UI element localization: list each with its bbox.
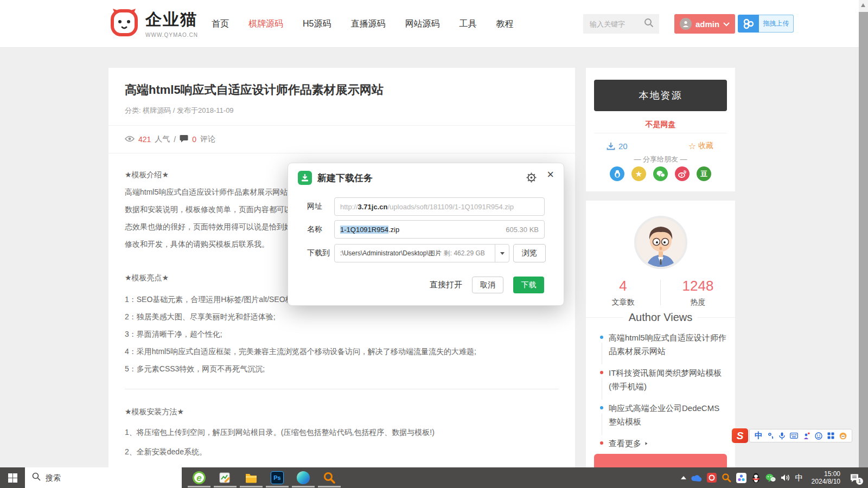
search-icon[interactable]	[644, 18, 654, 30]
nav-item-tutorial[interactable]: 教程	[496, 18, 513, 30]
share-weibo-icon[interactable]	[675, 166, 690, 181]
chevron-down-icon	[723, 19, 730, 29]
dialog-footer: 直接打开 取消 下载	[430, 277, 544, 293]
comment-icon	[180, 134, 188, 144]
download-icon	[607, 142, 615, 150]
site-logo[interactable]: 企业猫 WWW.QYMAO.CN	[108, 7, 198, 40]
taskbar-search-box[interactable]	[25, 467, 182, 488]
tray-wechat-icon[interactable]	[765, 473, 776, 483]
start-button[interactable]	[0, 467, 25, 488]
download-count-button[interactable]: 20	[607, 142, 628, 151]
drag-upload-control[interactable]: 拖拽上传	[738, 15, 794, 33]
favorite-button[interactable]: ☆ 收藏	[688, 141, 713, 151]
nav-item-h5[interactable]: H5源码	[303, 18, 331, 30]
system-tray: 中 15:00 2024/8/10 1	[681, 470, 868, 485]
sogou-logo-icon[interactable]: S	[732, 428, 748, 443]
app-photoshop[interactable]: Ps	[264, 467, 290, 488]
settings-gear-icon[interactable]	[526, 172, 537, 185]
new-download-task-dialog: 新建下载任务 × 网址 http://3.71jc.cn/uploads/sof…	[288, 163, 564, 306]
nav-item-home[interactable]: 首页	[212, 18, 229, 30]
ime-skin-icon[interactable]	[803, 432, 810, 440]
view-more-link[interactable]: 查看更多	[600, 436, 727, 450]
scroll-up-arrow[interactable]	[861, 3, 865, 7]
ime-punctuation-icon[interactable]	[768, 432, 774, 439]
destination-path: :\Users\Administrator\Desktop\图片	[340, 249, 442, 258]
tray-360-icon[interactable]	[707, 473, 717, 483]
page-scrollbar[interactable]	[859, 0, 868, 467]
app-file-explorer[interactable]	[238, 467, 264, 488]
paragraph: 4：采用html5响应式自适应框架，完美兼容主流浏览器个移动设备访问，解决了移动…	[125, 344, 559, 358]
tray-qq-icon[interactable]	[751, 473, 761, 483]
tray-volume-icon[interactable]	[781, 473, 790, 482]
paragraph: 1、将压缩包上传到空间，解压到网站根目录。(压缩包包括整站代码,包括程序、数据与…	[125, 425, 559, 439]
admin-menu-button[interactable]: admin	[674, 14, 735, 34]
list-item[interactable]: 响应式高端企业公司DedeCMS整站模板	[600, 401, 727, 428]
not-netdisk-label: 不是网盘	[586, 120, 735, 130]
search-input[interactable]	[583, 20, 644, 28]
free-space: 剩: 462.29 GB	[444, 249, 485, 258]
scrollbar-thumb[interactable]	[859, 12, 868, 467]
ime-assistant-icon[interactable]	[839, 432, 847, 440]
filename-field[interactable]: 1-1Q1091R954.zip 605.30 KB	[334, 220, 545, 239]
taskbar-search-input[interactable]	[46, 473, 165, 482]
share-douban-icon[interactable]: 豆	[697, 166, 711, 181]
paragraph: 3：界面清晰干净，超个性化;	[125, 327, 559, 341]
file-size: 605.30 KB	[506, 226, 539, 234]
taskbar-apps: e Ps	[186, 467, 342, 488]
local-resource-button[interactable]: 本地资源	[594, 80, 727, 111]
author-avatar[interactable]	[634, 216, 687, 269]
nav-item-zhibo[interactable]: 直播源码	[350, 18, 385, 30]
cat-logo-icon	[108, 7, 140, 40]
author-panel: 4 文章数 1248 热度 Author Views 高端html5响应式自适应…	[586, 201, 735, 467]
share-title: — 分享给朋友 —	[586, 155, 735, 164]
heat-stat: 1248 热度	[661, 278, 735, 307]
tray-app-icon[interactable]	[736, 473, 746, 483]
tray-sogou-search-icon[interactable]	[722, 473, 731, 483]
articles-stat: 4 文章数	[586, 278, 660, 307]
open-directly-button[interactable]: 直接打开	[430, 280, 462, 290]
app-edge[interactable]	[290, 467, 316, 488]
netdisk-share-icon	[738, 15, 759, 33]
path-dropdown-button[interactable]	[495, 245, 509, 262]
ime-mic-icon[interactable]	[779, 432, 785, 440]
destination-path-field[interactable]: :\Users\Administrator\Desktop\图片 剩: 462.…	[334, 244, 509, 262]
logo-title: 企业猫	[145, 9, 198, 31]
notification-center-icon[interactable]: 1	[850, 473, 859, 483]
nav-item-qipai[interactable]: 棋牌源码	[248, 18, 283, 30]
logo-subtitle: WWW.QYMAO.CN	[145, 32, 198, 38]
app-360-browser[interactable]: e	[186, 467, 212, 488]
download-button[interactable]: 下载	[513, 277, 544, 293]
comments-count: 0	[192, 135, 196, 144]
ime-emoji-icon[interactable]	[815, 432, 822, 440]
app-sogou-browser[interactable]	[316, 467, 342, 488]
tray-clock[interactable]: 15:00 2024/8/10	[812, 470, 840, 485]
tray-ime-lang[interactable]: 中	[795, 473, 803, 483]
tray-cloud-icon[interactable]	[691, 474, 702, 481]
ime-lang-toggle[interactable]: 中	[755, 431, 763, 441]
list-item[interactable]: IT科技资讯新闻类织梦网站模板(带手机端)	[600, 366, 727, 393]
share-qzone-icon[interactable]: ★	[631, 166, 646, 181]
article-header: 高端html5响应式自适应设计师作品素材展示网站 分类: 棋牌源码 / 发布于2…	[108, 68, 575, 126]
share-qq-icon[interactable]	[610, 166, 624, 181]
site-header: 企业猫 WWW.QYMAO.CN 首页 棋牌源码 H5源码 直播源码 网站源码 …	[0, 0, 868, 48]
close-icon[interactable]: ×	[547, 169, 554, 181]
selected-filename: 1-1Q1091R954	[340, 226, 388, 234]
url-label: 网址	[307, 202, 334, 211]
share-wechat-icon[interactable]	[653, 166, 668, 181]
download-panel: 本地资源 不是网盘 20 ☆ 收藏 — 分享给朋友 — ★	[586, 68, 735, 191]
list-item[interactable]: 高端html5响应式自适应设计师作品素材展示网站	[600, 331, 727, 358]
cancel-button[interactable]: 取消	[472, 277, 503, 293]
nav-item-tools[interactable]: 工具	[459, 18, 476, 30]
section-divider	[125, 389, 559, 389]
tray-expand-chevron[interactable]	[681, 476, 686, 479]
ime-toolbox-icon[interactable]	[827, 432, 834, 439]
divider	[594, 133, 727, 133]
ime-keyboard-icon[interactable]	[790, 433, 798, 439]
article-stats: 421 人气 / 0 评论	[108, 126, 575, 153]
arrow-right-icon	[646, 442, 648, 445]
browse-button[interactable]: 浏览	[513, 244, 546, 262]
url-field[interactable]: http://3.71jc.cn/uploads/soft/181109/1-1…	[334, 197, 545, 216]
nav-item-wangzhan[interactable]: 网站源码	[405, 18, 439, 30]
app-image-editor[interactable]	[212, 467, 238, 488]
views-count: 421	[138, 135, 151, 144]
